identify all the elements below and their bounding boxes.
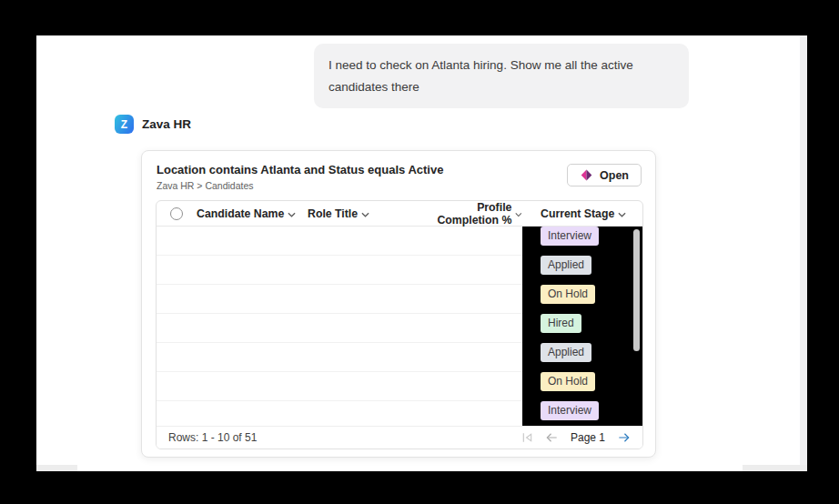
card-title: Location contains Atlanta and Status equ… <box>157 163 443 176</box>
table-row[interactable]: Ethan Sherman Product Manager 29 On Hold <box>157 285 642 314</box>
table-row[interactable]: Alex Cooper Product Manager 91 Hired <box>157 314 642 343</box>
pagination: Page 1 <box>521 431 631 444</box>
stage-badge: Applied <box>541 343 591 362</box>
chevron-down-icon <box>618 212 626 217</box>
column-header-profile-completion[interactable]: Profile Completion % <box>417 201 522 227</box>
header-check-cell <box>157 207 197 220</box>
open-button-label: Open <box>600 169 629 182</box>
page-label: Page 1 <box>571 431 605 444</box>
zava-hr-avatar-icon: Z <box>115 115 134 134</box>
column-header-role-title[interactable]: Role Title <box>308 207 417 220</box>
app-canvas: I need to check on Atlanta hiring. Show … <box>36 35 807 471</box>
table-row[interactable]: Emily Cook Product Manager 13 Interview <box>157 401 642 428</box>
user-message-bubble: I need to check on Atlanta hiring. Show … <box>314 44 689 108</box>
agent-header: Z Zava HR <box>115 115 191 134</box>
table-row[interactable]: Leah Phillips Technical Writer 43 Interv… <box>157 227 642 256</box>
breadcrumb: Zava HR > Candidates <box>157 180 443 191</box>
power-apps-icon <box>580 168 593 182</box>
bottom-left-strip <box>36 465 77 471</box>
table-scrollbar[interactable] <box>633 229 640 351</box>
stage-badge: Interview <box>541 401 599 420</box>
table-header-row: Candidate Name Role Title Profile Comple… <box>157 201 642 227</box>
table-row[interactable]: Sophia Turner Systems Analyst 83 Applied <box>157 256 642 285</box>
stage-badge: Applied <box>541 256 591 275</box>
chevron-down-icon <box>288 212 296 217</box>
previous-page-button[interactable] <box>545 432 559 443</box>
table-body: Leah Phillips Technical Writer 43 Interv… <box>157 227 642 428</box>
bottom-right-strip <box>743 465 807 471</box>
card-header-text: Location contains Atlanta and Status equ… <box>157 163 443 191</box>
candidates-table: Candidate Name Role Title Profile Comple… <box>156 200 643 449</box>
table-row[interactable]: Sophia Novak Program Manager 57 On Hold <box>157 372 642 401</box>
agent-name: Zava HR <box>142 117 191 131</box>
table-row[interactable]: Leah Bowen Technical Writer 6 Applied <box>157 343 642 372</box>
open-button[interactable]: Open <box>567 164 642 186</box>
stage-badge: On Hold <box>541 372 595 391</box>
stage-badge: Hired <box>541 314 581 333</box>
rows-count-label: Rows: 1 - 10 of 51 <box>168 431 257 444</box>
canvas-right-edge <box>800 35 807 471</box>
first-page-button[interactable] <box>521 432 533 443</box>
stage-badge: Interview <box>541 227 599 246</box>
stage-badge: On Hold <box>541 285 595 304</box>
table-footer: Rows: 1 - 10 of 51 Page 1 <box>157 426 642 449</box>
next-page-button[interactable] <box>617 432 631 443</box>
user-message-text: I need to check on Atlanta hiring. Show … <box>329 58 633 94</box>
column-header-current-stage[interactable]: Current Stage <box>522 207 626 220</box>
avatar-letter: Z <box>121 118 127 131</box>
select-all-checkbox[interactable] <box>170 207 183 220</box>
chevron-down-icon <box>361 212 369 217</box>
column-header-candidate-name[interactable]: Candidate Name <box>197 207 308 220</box>
results-card: Location contains Atlanta and Status equ… <box>141 150 656 458</box>
screenshot-stage: I need to check on Atlanta hiring. Show … <box>0 0 839 504</box>
card-header: Location contains Atlanta and Status equ… <box>142 151 655 200</box>
chevron-down-icon <box>515 212 522 217</box>
